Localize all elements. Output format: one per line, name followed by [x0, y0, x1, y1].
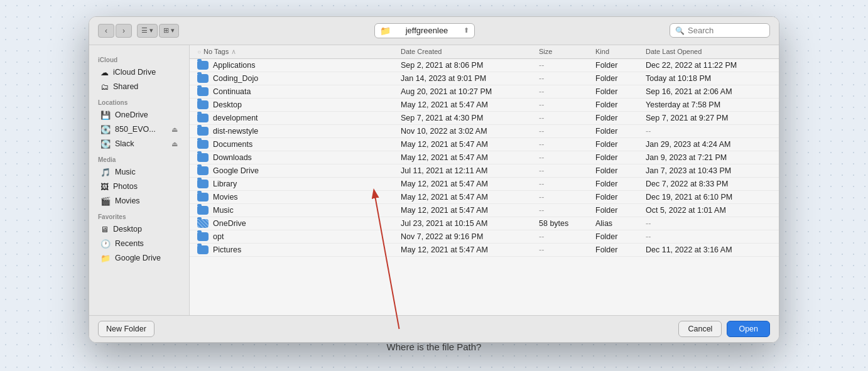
sidebar-item-icloud-drive[interactable]: ☁ iCloud Drive — [92, 65, 187, 80]
sidebar-item-slack-label: Slack — [115, 139, 134, 148]
file-name-text: Pictures — [213, 245, 241, 254]
col-kind-header: Kind — [595, 48, 646, 56]
kind-cell: Folder — [595, 245, 646, 254]
file-name-cell: Library — [197, 180, 401, 188]
kind-cell: Folder — [595, 127, 646, 136]
kind-cell: Folder — [595, 61, 646, 70]
file-name-text: Music — [213, 206, 234, 215]
table-row[interactable]: dist-newstyleNov 10, 2022 at 3:02 AM--Fo… — [190, 125, 779, 138]
photos-icon: 🖼 — [100, 182, 109, 191]
kind-cell: Folder — [595, 140, 646, 149]
size-cell: -- — [539, 193, 595, 202]
sidebar-item-desktop[interactable]: 🖥 Desktop — [92, 222, 187, 237]
file-name-cell: Documents — [197, 140, 401, 149]
table-row[interactable]: PicturesMay 12, 2021 at 5:47 AM--FolderD… — [190, 244, 779, 257]
date-created-cell: Jul 11, 2021 at 12:11 AM — [401, 166, 539, 175]
file-name-text: Google Drive — [213, 166, 259, 175]
sidebar-item-850evo[interactable]: 💽 850_EVO... ⏏ — [92, 122, 187, 137]
file-name-cell: Downloads — [197, 153, 401, 162]
col-date-header: Date Created — [401, 48, 539, 56]
table-row[interactable]: OneDriveJul 23, 2021 at 10:15 AM58 bytes… — [190, 217, 779, 230]
grid-view-chevron: ▾ — [171, 26, 175, 35]
kind-cell: Folder — [595, 74, 646, 83]
table-row[interactable]: Coding_DojoJan 14, 2023 at 9:01 PM--Fold… — [190, 72, 779, 85]
location-name: jeffgreenlee — [406, 26, 448, 35]
last-opened-cell: Yesterday at 7:58 PM — [646, 100, 771, 109]
list-view-button[interactable]: ☰ ▾ — [137, 24, 158, 38]
onedrive-icon: 💾 — [100, 110, 111, 120]
table-row[interactable]: optNov 7, 2022 at 9:16 PM--Folder-- — [190, 230, 779, 244]
sidebar-item-photos[interactable]: 🖼 Photos — [92, 180, 187, 194]
grid-view-button[interactable]: ⊞ ▾ — [159, 24, 179, 38]
sidebar-item-slack[interactable]: 💽 Slack ⏏ — [92, 137, 187, 151]
sidebar-item-shared[interactable]: 🗂 Shared — [92, 80, 187, 94]
sidebar-item-music[interactable]: 🎵 Music — [92, 165, 187, 180]
file-name-text: OneDrive — [213, 219, 246, 228]
folder-icon — [197, 140, 209, 149]
sidebar-item-movies[interactable]: 🎬 Movies — [92, 194, 187, 208]
size-cell: -- — [539, 245, 595, 254]
icloud-drive-icon: ☁ — [100, 68, 109, 77]
table-row[interactable]: MusicMay 12, 2021 at 5:47 AM--FolderOct … — [190, 204, 779, 217]
table-header: ○ No Tags ∧ Date Created Size Kind Date … — [190, 45, 779, 59]
table-row[interactable]: ApplicationsSep 2, 2021 at 8:06 PM--Fold… — [190, 59, 779, 72]
last-opened-cell: Dec 19, 2021 at 6:10 PM — [646, 193, 771, 202]
movies-icon: 🎬 — [100, 196, 111, 206]
recents-icon: 🕐 — [100, 239, 111, 249]
file-table: ○ No Tags ∧ Date Created Size Kind Date … — [190, 45, 779, 315]
sidebar-item-photos-label: Photos — [113, 182, 138, 191]
size-cell: -- — [539, 74, 595, 83]
file-name-cell: Movies — [197, 193, 401, 202]
search-input[interactable] — [688, 26, 763, 35]
file-name-cell: OneDrive — [197, 219, 401, 228]
eject-icon-850: ⏏ — [171, 126, 178, 134]
table-row[interactable]: DownloadsMay 12, 2021 at 5:47 AM--Folder… — [190, 151, 779, 164]
last-opened-cell: Jan 29, 2023 at 4:24 AM — [646, 140, 771, 149]
date-created-cell: Sep 7, 2021 at 4:30 PM — [401, 114, 539, 122]
footer-right: Cancel Open — [678, 321, 770, 337]
sidebar-item-onedrive[interactable]: 💾 OneDrive — [92, 108, 187, 122]
cancel-button[interactable]: Cancel — [678, 321, 722, 337]
sidebar-item-googledrive[interactable]: 📁 Google Drive — [92, 251, 187, 266]
back-button[interactable]: ‹ — [98, 24, 114, 38]
search-box[interactable]: 🔍 — [670, 23, 770, 38]
open-button[interactable]: Open — [727, 321, 770, 337]
file-name-text: Desktop — [213, 100, 242, 109]
date-created-cell: Jul 23, 2021 at 10:15 AM — [401, 219, 539, 228]
file-name-cell: Music — [197, 206, 401, 215]
dialog-footer: New Folder Cancel Open — [89, 315, 779, 342]
file-name-text: Continuata — [213, 87, 251, 96]
sidebar-item-recents[interactable]: 🕐 Recents — [92, 237, 187, 251]
kind-cell: Folder — [595, 206, 646, 215]
eject-icon-slack: ⏏ — [171, 140, 178, 148]
forward-button[interactable]: › — [116, 24, 132, 38]
date-created-cell: Jan 14, 2023 at 9:01 PM — [401, 74, 539, 83]
table-row[interactable]: ContinuataAug 20, 2021 at 10:27 PM--Fold… — [190, 85, 779, 99]
location-folder-icon: 📁 — [380, 26, 391, 36]
size-cell: -- — [539, 61, 595, 70]
table-row[interactable]: LibraryMay 12, 2021 at 5:47 AM--FolderDe… — [190, 178, 779, 191]
table-row[interactable]: developmentSep 7, 2021 at 4:30 PM--Folde… — [190, 112, 779, 125]
size-cell: -- — [539, 114, 595, 122]
shared-icon: 🗂 — [100, 82, 109, 92]
date-created-cell: May 12, 2021 at 5:47 AM — [401, 140, 539, 149]
last-opened-cell: Today at 10:18 PM — [646, 74, 771, 83]
location-chevron-icon: ⬆ — [464, 26, 469, 35]
file-name-text: Downloads — [213, 153, 252, 162]
date-created-cell: Sep 2, 2021 at 8:06 PM — [401, 61, 539, 70]
location-pill[interactable]: 📁 jeffgreenlee ⬆ — [374, 23, 475, 38]
last-opened-cell: Sep 7, 2021 at 9:27 PM — [646, 114, 771, 122]
table-row[interactable]: DocumentsMay 12, 2021 at 5:47 AM--Folder… — [190, 138, 779, 151]
kind-cell: Folder — [595, 114, 646, 122]
last-opened-cell: Oct 5, 2022 at 1:01 AM — [646, 206, 771, 215]
file-name-text: dist-newstyle — [213, 127, 258, 136]
date-created-cell: May 12, 2021 at 5:47 AM — [401, 180, 539, 188]
table-row[interactable]: DesktopMay 12, 2021 at 5:47 AM--FolderYe… — [190, 99, 779, 112]
new-folder-button[interactable]: New Folder — [98, 321, 155, 337]
file-name-text: Applications — [213, 61, 255, 70]
folder-icon — [197, 245, 209, 254]
table-row[interactable]: Google DriveJul 11, 2021 at 12:11 AM--Fo… — [190, 164, 779, 178]
table-row[interactable]: MoviesMay 12, 2021 at 5:47 AM--FolderDec… — [190, 191, 779, 204]
col-name-header: ○ No Tags ∧ — [197, 48, 401, 56]
last-opened-cell: -- — [646, 127, 771, 136]
